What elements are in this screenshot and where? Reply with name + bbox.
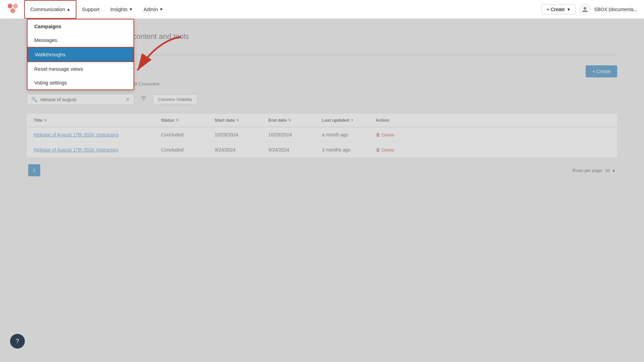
rows-per-page-label: Rows per page: xyxy=(573,168,603,173)
dropdown-item-voting[interactable]: Voting settings xyxy=(28,76,133,89)
campaigns-table: Title ⇅ Status ⇅ Start date ⇅ End date ⇅… xyxy=(27,114,617,158)
logo[interactable] xyxy=(7,3,19,16)
nav-admin-arrow: ▼ xyxy=(159,7,163,12)
dropdown-item-walkthroughs[interactable]: Walkthroughs xyxy=(28,47,133,62)
nav-admin[interactable]: Admin ▼ xyxy=(138,0,168,19)
delete-button-1[interactable]: 🗑 Delete xyxy=(376,132,394,137)
table-row: Release of August 17th 2024: Instructors… xyxy=(27,142,617,158)
campaign-status-1: Concluded xyxy=(161,132,215,137)
nav-create-button[interactable]: + Create ▼ xyxy=(542,4,576,14)
table-row: Release of August 17th 2024: Instructors… xyxy=(27,127,617,142)
search-clear-icon[interactable]: ✕ xyxy=(125,96,130,103)
user-icon xyxy=(582,6,588,13)
nav-insights-arrow: ▼ xyxy=(129,7,133,12)
nav-support-label: Support xyxy=(82,6,100,12)
campaign-updated-1: a month ago xyxy=(322,132,376,137)
nav-support[interactable]: Support xyxy=(76,0,105,19)
logo-icon xyxy=(7,3,19,15)
navbar: Communication ▲ Support Insights ▼ Admin… xyxy=(0,0,644,19)
rows-per-page-chevron[interactable]: ▲ xyxy=(612,168,616,173)
page-1-label: 1 xyxy=(33,168,36,173)
campaign-start-1: 10/29/2024 xyxy=(215,132,268,137)
campaign-end-1: 10/29/2024 xyxy=(268,132,322,137)
create-campaign-button[interactable]: + Create xyxy=(586,65,617,77)
table-header: Title ⇅ Status ⇅ Start date ⇅ End date ⇅… xyxy=(27,114,617,127)
nav-right: + Create ▼ SBOX (documenta... xyxy=(542,4,637,15)
svg-point-0 xyxy=(8,4,12,8)
stat-concluded: 29 Concluded xyxy=(132,81,159,86)
dropdown-voting-label: Voting settings xyxy=(34,80,67,85)
nav-admin-label: Admin xyxy=(144,6,158,12)
org-name: SBOX (documenta... xyxy=(594,7,637,12)
pagination: 1 Rows per page: 10 ▲ xyxy=(27,164,617,176)
dropdown-campaigns-label: Campaigns xyxy=(34,23,61,29)
delete-button-2[interactable]: 🗑 Delete xyxy=(376,147,394,153)
communication-dropdown: Campaigns Messages Walkthroughs Reset me… xyxy=(27,19,134,90)
dropdown-walkthroughs-label: Walkthroughs xyxy=(35,52,65,57)
nav-insights-label: Insights xyxy=(110,6,128,12)
col-status: Status ⇅ xyxy=(161,118,215,123)
col-start-date: Start date ⇅ xyxy=(215,118,268,123)
nav-communication-label: Communication xyxy=(30,6,65,12)
start-date-sort-icon[interactable]: ⇅ xyxy=(236,118,239,122)
end-date-sort-icon[interactable]: ⇅ xyxy=(288,118,291,122)
dropdown-item-campaigns[interactable]: Campaigns xyxy=(28,19,133,33)
campaign-end-2: 9/24/2024 xyxy=(268,147,322,153)
dropdown-item-messages[interactable]: Messages xyxy=(28,33,133,47)
col-end-date: End date ⇅ xyxy=(268,118,322,123)
trash-icon-1: 🗑 xyxy=(376,132,380,137)
help-button[interactable]: ? xyxy=(10,334,25,349)
campaign-title-link-1[interactable]: Release of August 17th 2024: Instructors xyxy=(34,132,118,137)
columns-visibility-button[interactable]: Columns Visibility xyxy=(153,95,197,104)
search-icon: 🔍 xyxy=(31,97,38,103)
title-sort-icon[interactable]: ⇅ xyxy=(44,118,47,122)
user-avatar[interactable] xyxy=(580,4,590,15)
delete-label-2: Delete xyxy=(382,147,394,153)
col-last-updated: Last updated ▼ xyxy=(322,118,376,123)
nav-communication[interactable]: Communication ▲ xyxy=(24,0,76,19)
search-bar: 🔍 ✕ Columns Visibility xyxy=(27,93,617,106)
col-action: Action xyxy=(376,118,416,123)
nav-insights[interactable]: Insights ▼ xyxy=(105,0,139,19)
dropdown-reset-label: Reset message views xyxy=(34,66,83,72)
svg-point-2 xyxy=(10,8,15,13)
rows-per-page-value: 10 xyxy=(605,168,610,173)
campaign-title-link-2[interactable]: Release of August 17th 2024: Instructors xyxy=(34,147,118,153)
columns-btn-label: Columns Visibility xyxy=(158,97,192,102)
help-icon: ? xyxy=(16,338,19,345)
nav-create-label: + Create xyxy=(547,7,565,12)
dropdown-item-reset[interactable]: Reset message views xyxy=(28,62,133,76)
svg-point-1 xyxy=(13,4,18,8)
col-title: Title ⇅ xyxy=(34,118,161,123)
campaign-start-2: 9/24/2024 xyxy=(215,147,268,153)
page-buttons: 1 xyxy=(28,164,40,176)
last-updated-sort-icon[interactable]: ▼ xyxy=(351,118,354,122)
status-sort-icon[interactable]: ⇅ xyxy=(176,118,178,122)
delete-label-1: Delete xyxy=(382,132,394,137)
svg-point-3 xyxy=(584,7,586,10)
nav-create-chevron: ▼ xyxy=(567,7,571,11)
search-input-wrapper: 🔍 ✕ xyxy=(27,94,134,105)
trash-icon-2: 🗑 xyxy=(376,147,380,153)
campaign-updated-2: 3 months ago xyxy=(322,147,376,153)
rows-per-page: Rows per page: 10 ▲ xyxy=(573,168,616,173)
nav-communication-arrow: ▲ xyxy=(66,7,70,12)
search-input[interactable] xyxy=(40,97,123,102)
campaign-status-2: Concluded xyxy=(161,147,215,153)
dropdown-messages-label: Messages xyxy=(34,37,57,43)
create-campaign-label: + Create xyxy=(592,69,610,74)
page-1-button[interactable]: 1 xyxy=(28,164,40,176)
filter-icon[interactable] xyxy=(138,93,149,106)
